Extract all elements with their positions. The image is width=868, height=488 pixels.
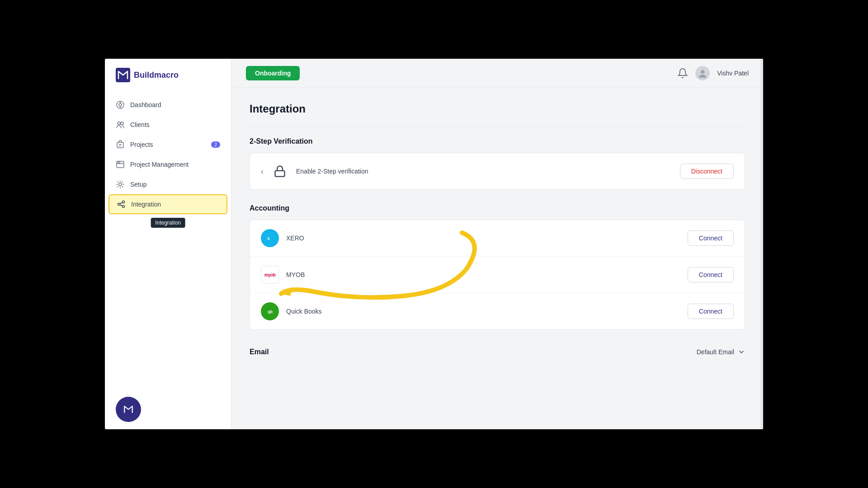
email-dropdown[interactable]: Default Email — [697, 348, 745, 356]
accounting-card: X XERO Connect myob MYOB C — [250, 220, 745, 330]
sidebar-item-project-management-label: Project Management — [130, 161, 189, 168]
xero-name: XERO — [286, 235, 688, 242]
back-arrow-icon[interactable]: ‹ — [261, 167, 264, 176]
myob-row: myob MYOB Connect — [250, 257, 745, 293]
sidebar-item-projects[interactable]: Projects 2 — [105, 135, 231, 155]
two-step-card: ‹ Enable 2-Step verification Disconnect — [250, 153, 745, 190]
svg-rect-7 — [117, 142, 123, 148]
sidebar-item-integration[interactable]: Integration Integration — [108, 194, 227, 214]
sidebar-item-projects-label: Projects — [130, 141, 153, 148]
svg-rect-21 — [275, 171, 285, 177]
myob-connect-button[interactable]: Connect — [688, 267, 734, 282]
xero-logo: X — [261, 229, 279, 247]
sidebar-item-dashboard[interactable]: Dashboard — [105, 95, 231, 115]
sidebar: Buildmacro Dashboard — [105, 59, 231, 429]
sidebar-item-clients-label: Clients — [130, 121, 150, 128]
svg-point-2 — [119, 103, 122, 106]
svg-line-17 — [120, 202, 123, 204]
sidebar-item-setup[interactable]: Setup — [105, 174, 231, 194]
myob-name: MYOB — [286, 271, 688, 278]
page-title: Integration — [250, 103, 745, 115]
svg-point-16 — [123, 206, 125, 208]
sidebar-bottom — [105, 389, 231, 429]
page-content: Integration 2-Step Verification ‹ — [231, 88, 763, 429]
clients-icon — [116, 120, 125, 129]
xero-connect-button[interactable]: Connect — [688, 230, 734, 246]
sidebar-item-setup-label: Setup — [130, 181, 147, 188]
sidebar-item-dashboard-label: Dashboard — [130, 101, 161, 108]
project-management-icon — [116, 160, 125, 169]
email-dropdown-label: Default Email — [697, 348, 734, 356]
sidebar-item-project-management[interactable]: Project Management — [105, 155, 231, 174]
svg-point-15 — [123, 201, 125, 203]
user-avatar — [695, 66, 710, 80]
app-name: Buildmacro — [134, 70, 179, 80]
two-step-section-title: 2-Step Verification — [250, 137, 745, 145]
svg-point-5 — [118, 122, 120, 125]
two-step-section: 2-Step Verification ‹ Enable 2- — [250, 137, 745, 190]
svg-line-18 — [120, 205, 123, 206]
quickbooks-connect-button[interactable]: Connect — [688, 304, 734, 319]
svg-text:qb: qb — [268, 310, 273, 314]
lock-icon — [271, 162, 289, 180]
svg-point-6 — [121, 122, 123, 125]
chevron-down-icon — [738, 348, 745, 356]
header: Onboarding Vishv Patel — [231, 59, 763, 88]
disconnect-button[interactable]: Disconnect — [680, 164, 734, 179]
accounting-section-title: Accounting — [250, 204, 745, 212]
svg-point-13 — [119, 183, 122, 186]
sidebar-item-clients[interactable]: Clients — [105, 115, 231, 135]
header-right: Vishv Patel — [677, 66, 749, 80]
svg-rect-11 — [118, 161, 120, 163]
sidebar-nav: Dashboard Clients — [105, 91, 231, 389]
onboarding-button[interactable]: Onboarding — [246, 66, 300, 80]
main-content: Onboarding Vishv Patel — [231, 59, 763, 429]
accounting-section: Accounting X XERO Connect — [250, 204, 745, 330]
myob-logo: myob — [261, 266, 279, 284]
logo-icon — [116, 68, 130, 82]
dashboard-icon — [116, 100, 125, 109]
integration-tooltip: Integration — [151, 218, 185, 228]
projects-badge: 2 — [211, 141, 220, 148]
title-divider — [250, 126, 745, 127]
setup-icon — [116, 180, 125, 189]
scrollbar-track — [760, 59, 763, 429]
logo-area: Buildmacro — [105, 59, 231, 91]
two-step-name: Enable 2-Step verification — [296, 168, 680, 175]
quickbooks-row: qb Quick Books Connect — [250, 293, 745, 329]
two-step-row: ‹ Enable 2-Step verification Disconnect — [250, 153, 745, 189]
quickbooks-name: Quick Books — [286, 308, 688, 315]
svg-point-20 — [701, 70, 704, 74]
projects-icon — [116, 140, 125, 149]
sidebar-item-integration-label: Integration — [131, 201, 161, 208]
quickbooks-logo: qb — [261, 302, 279, 320]
email-section: Email Default Email — [250, 344, 745, 360]
svg-text:X: X — [267, 236, 270, 241]
user-name: Vishv Patel — [717, 70, 749, 77]
notification-bell-icon[interactable] — [677, 68, 688, 79]
integration-icon — [117, 200, 126, 209]
main-wrapper: Onboarding Vishv Patel — [231, 59, 763, 429]
xero-row: X XERO Connect — [250, 220, 745, 257]
bottom-logo-icon — [116, 397, 141, 422]
svg-point-14 — [118, 203, 120, 206]
email-section-title: Email — [250, 348, 269, 356]
